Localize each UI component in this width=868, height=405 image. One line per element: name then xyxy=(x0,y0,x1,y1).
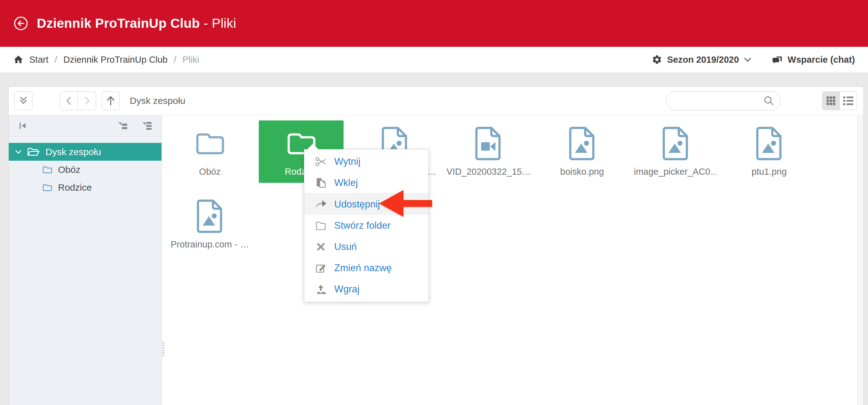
chevron-right-icon xyxy=(82,95,92,106)
folder-tree: Dysk zespołuObózRodzice xyxy=(9,137,161,196)
splitter-drag-handle[interactable] xyxy=(162,342,164,357)
tree-item-label: Obóz xyxy=(58,165,81,175)
paste-icon xyxy=(314,177,328,189)
context-menu-item-zmień-nazwę[interactable]: Zmień nazwę xyxy=(304,257,428,279)
folder-icon xyxy=(42,165,52,174)
breadcrumb-separator: / xyxy=(174,55,176,65)
chat-icon xyxy=(771,54,782,65)
search-input[interactable] xyxy=(675,95,763,106)
upload-icon xyxy=(314,284,328,294)
history-nav-group xyxy=(60,91,96,110)
folder-icon xyxy=(42,183,52,192)
file-name-label: boisko.png xyxy=(560,167,604,177)
collapse-all-icon[interactable] xyxy=(117,121,128,131)
forward-button[interactable] xyxy=(78,91,96,110)
gear-icon xyxy=(652,54,662,65)
list-view-button[interactable] xyxy=(840,91,857,110)
panel-splitter xyxy=(162,115,165,405)
tree-item-obóz[interactable]: Obóz xyxy=(9,161,161,178)
file-name-label: ptu1.png xyxy=(752,167,787,177)
page-title: Dziennik ProTrainUp Club - Pliki xyxy=(37,16,236,31)
season-label: Sezon 2019/2020 xyxy=(667,55,739,65)
arrow-up-icon xyxy=(106,95,116,107)
view-toggle-group xyxy=(822,91,857,110)
breadcrumb-bar: Start / Dziennik ProTrainUp Club / Pliki… xyxy=(0,47,868,73)
tree-item-label: Dysk zespołu xyxy=(45,147,101,157)
chevron-left-icon xyxy=(64,95,73,106)
tree-item-dysk-zespołu[interactable]: Dysk zespołu xyxy=(9,143,161,161)
file-tile-protrainup-com-[interactable]: Protrainup.com - … xyxy=(167,193,252,256)
context-menu-item-label: Wytnij xyxy=(334,156,361,167)
chevron-down-icon[interactable] xyxy=(15,150,22,154)
image-file-icon xyxy=(755,120,783,167)
tree-header xyxy=(9,115,161,137)
context-menu-item-label: Stwórz folder xyxy=(334,220,391,231)
collapse-sidebar-icon[interactable] xyxy=(18,121,27,131)
context-menu-item-usuń[interactable]: Usuń xyxy=(304,236,428,257)
vertical-scrollbar[interactable] xyxy=(858,115,863,405)
open-folder-icon xyxy=(27,147,40,157)
grid-view-icon xyxy=(826,95,836,106)
breadcrumb-item-start[interactable]: Start xyxy=(29,55,48,65)
up-folder-button[interactable] xyxy=(102,91,120,110)
search-box xyxy=(666,91,781,111)
breadcrumb-separator: / xyxy=(55,55,57,65)
scissors-icon xyxy=(314,156,328,167)
file-tile-image-picker-ac0-[interactable]: image_picker_AC0… xyxy=(633,120,718,183)
image-file-icon xyxy=(196,193,223,239)
chevron-down-icon xyxy=(744,57,751,62)
file-name-label: VID_20200322_15… xyxy=(446,167,530,177)
back-button[interactable] xyxy=(60,91,78,110)
image-file-icon xyxy=(662,120,689,167)
video-file-icon xyxy=(474,120,502,167)
context-menu-item-label: Wgraj xyxy=(334,284,360,295)
folder-tree-panel: Dysk zespołuObózRodzice xyxy=(9,115,162,405)
page-title-suffix: - Pliki xyxy=(204,16,236,31)
back-circle-icon[interactable] xyxy=(14,16,28,31)
context-menu-item-label: Wklej xyxy=(334,177,358,189)
support-label: Wsparcie (chat) xyxy=(787,55,855,65)
grid-view-button[interactable] xyxy=(822,91,840,110)
file-manager-toolbar: Dysk zespołu xyxy=(9,87,863,115)
file-name-label: Protrainup.com - … xyxy=(170,239,249,250)
list-view-icon xyxy=(843,96,854,106)
support-chat-link[interactable]: Wsparcie (chat) xyxy=(771,54,855,65)
file-name-label: image_picker_AC0… xyxy=(634,167,717,177)
breadcrumb: Start / Dziennik ProTrainUp Club / Pliki xyxy=(29,55,199,65)
file-name-label: Obóz xyxy=(199,167,220,177)
tree-item-rodzice[interactable]: Rodzice xyxy=(9,178,161,196)
expand-all-icon[interactable] xyxy=(142,121,152,131)
context-menu-item-label: Udostępnij xyxy=(334,199,380,210)
edit-icon xyxy=(314,263,328,273)
folder-icon xyxy=(194,120,225,167)
folder-tile-obóz[interactable]: Obóz xyxy=(167,120,252,183)
context-menu-item-label: Usuń xyxy=(334,241,357,253)
file-tile-ptu1-png[interactable]: ptu1.png xyxy=(727,120,812,183)
breadcrumb-item-pliki: Pliki xyxy=(183,55,199,65)
search-icon[interactable] xyxy=(763,95,775,107)
home-icon[interactable] xyxy=(13,54,24,65)
file-manager-panel: Dysk zespołu xyxy=(8,86,864,405)
share-icon xyxy=(314,199,328,209)
app-header: Dziennik ProTrainUp Club - Pliki xyxy=(0,0,868,47)
image-file-icon xyxy=(568,120,596,167)
double-chevron-down-icon xyxy=(18,95,29,106)
tree-item-label: Rodzice xyxy=(58,182,92,193)
current-folder-label: Dysk zespołu xyxy=(130,95,185,106)
season-selector[interactable]: Sezon 2019/2020 xyxy=(652,54,752,65)
context-menu-item-wytnij[interactable]: Wytnij xyxy=(304,151,428,172)
folder-icon xyxy=(314,221,328,230)
file-tile-boisko-png[interactable]: boisko.png xyxy=(540,120,624,183)
context-menu: WytnijWklejUdostępnijStwórz folderUsuńZm… xyxy=(304,149,429,302)
file-grid-panel: Obóz Rodzice … VID_20200322_15… boisko.p… xyxy=(165,115,863,405)
collapse-panel-button[interactable] xyxy=(14,91,32,110)
annotation-arrow xyxy=(377,187,433,221)
x-icon xyxy=(314,242,328,252)
context-menu-item-wgraj[interactable]: Wgraj xyxy=(304,279,428,300)
file-tile-vid-20200322-15-[interactable]: VID_20200322_15… xyxy=(446,120,531,183)
breadcrumb-item-club[interactable]: Dziennik ProTrainUp Club xyxy=(63,55,167,65)
context-menu-item-label: Zmień nazwę xyxy=(334,262,392,273)
